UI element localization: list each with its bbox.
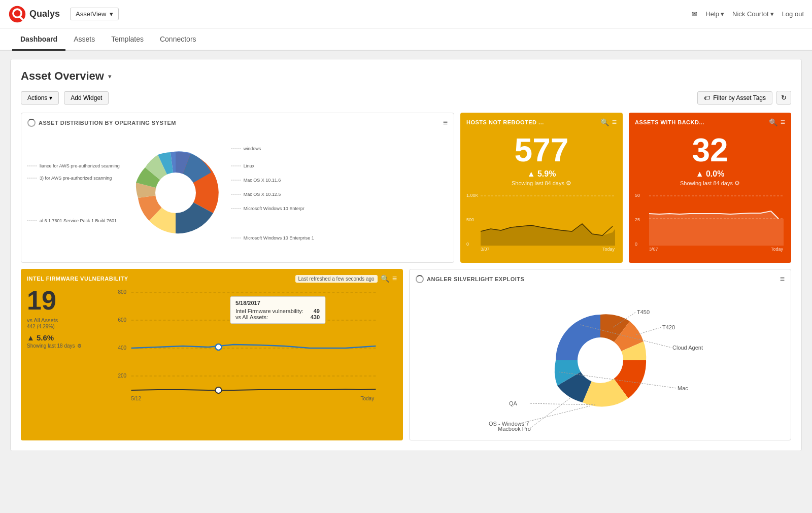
svg-text:3/07: 3/07 <box>481 247 490 252</box>
hosts-not-rebooted-widget: HOSTS NOT REBOOTED ... 🔍 ≡ 577 ▲ 5.9% Sh… <box>460 113 623 263</box>
nav-item-templates[interactable]: Templates <box>103 28 152 51</box>
firmware-trend-value: ▲ 5.6% <box>27 333 54 342</box>
hosts-trend-row: ▲ 5.9% <box>468 169 615 179</box>
svg-point-36 <box>216 344 222 350</box>
label-aws2: 3) for AWS pre-authorized scanning <box>27 176 120 181</box>
label-win10ent: Microsoft Windows 10 Enterpr <box>231 206 318 211</box>
asset-dist-header: ASSET DISTRIBUTION BY OPERATING SYSTEM ≡ <box>21 113 454 130</box>
svg-text:0: 0 <box>466 242 469 247</box>
svg-text:Today: Today <box>602 247 615 252</box>
widgets-top-row: ASSET DISTRIBUTION BY OPERATING SYSTEM ≡… <box>21 113 791 263</box>
label-linux: Linux <box>231 163 318 168</box>
firmware-stats: 19 vs All Assets 442 (4.29%) ▲ 5.6% Show… <box>27 286 93 404</box>
logout-button[interactable]: Log out <box>782 10 804 18</box>
svg-marker-25 <box>649 211 784 246</box>
firmware-search-icon[interactable]: 🔍 <box>381 275 389 283</box>
help-menu[interactable]: Help ▾ <box>705 10 724 18</box>
asset-dist-menu-icon[interactable]: ≡ <box>443 118 448 127</box>
firmware-menu-icon[interactable]: ≡ <box>392 274 397 283</box>
svg-text:1.00K: 1.00K <box>466 193 479 198</box>
svg-point-40 <box>578 337 623 383</box>
nav-bar: Dashboard Assets Templates Connectors <box>0 28 812 51</box>
asset-dist-title: ASSET DISTRIBUTION BY OPERATING SYSTEM <box>39 120 440 126</box>
hosts-rebooted-value: 577 <box>468 134 615 166</box>
app-selector[interactable]: AssetView ▾ <box>70 8 118 20</box>
svg-line-43 <box>636 327 661 335</box>
nav-item-connectors[interactable]: Connectors <box>152 28 205 51</box>
label-windows: windows <box>231 146 318 151</box>
backd-gear-icon[interactable]: ⚙ <box>734 180 740 187</box>
firmware-trend-row: ▲ 5.6% <box>27 333 93 342</box>
filter-tag-icon: 🏷 <box>704 94 710 101</box>
svg-text:600: 600 <box>118 317 127 323</box>
svg-text:200: 200 <box>118 373 127 379</box>
svg-point-6 <box>155 173 196 213</box>
svg-text:500: 500 <box>466 217 474 222</box>
assets-with-backd-widget: ASSETS WITH BACKD... 🔍 ≡ 32 ▲ 0.0% Showi… <box>629 113 791 263</box>
backd-menu-icon[interactable]: ≡ <box>781 118 785 127</box>
hosts-rebooted-body: 577 ▲ 5.9% Showing last 84 days ⚙ <box>460 130 623 187</box>
hosts-search-icon[interactable]: 🔍 <box>600 118 609 126</box>
svg-text:25: 25 <box>635 217 640 222</box>
firmware-vs-label: vs All Assets 442 (4.29%) <box>27 317 93 329</box>
hosts-rebooted-title: HOSTS NOT REBOOTED ... <box>466 119 597 125</box>
svg-text:5/12: 5/12 <box>131 396 142 401</box>
svg-text:QA: QA <box>509 400 518 406</box>
svg-text:Cloud Agent: Cloud Agent <box>672 345 703 351</box>
top-bar: Qualys AssetView ▾ ✉ Help ▾ Nick Courtot… <box>0 0 812 28</box>
angler-loading-icon <box>416 275 424 283</box>
refresh-icon: ↻ <box>781 94 787 101</box>
svg-text:Today: Today <box>771 247 784 252</box>
angler-title: ANGLER SILVERLIGHT EXPLOITS <box>427 276 777 282</box>
hosts-menu-icon[interactable]: ≡ <box>612 118 617 127</box>
hosts-rebooted-header: HOSTS NOT REBOOTED ... 🔍 ≡ <box>460 113 623 130</box>
firmware-tooltip: 5/18/2017 Intel Firmware vulnerability: … <box>230 296 325 324</box>
backd-body: 32 ▲ 0.0% Showing last 84 days ⚙ <box>629 130 791 187</box>
tooltip-row2: vs All Assets: 430 <box>235 314 320 320</box>
svg-line-53 <box>529 398 570 429</box>
donut-chart <box>125 142 226 245</box>
label-aws1: liance for AWS pre-authorized scanning <box>27 163 120 168</box>
svg-text:50: 50 <box>635 193 640 198</box>
firmware-chart-area: 5/18/2017 Intel Firmware vulnerability: … <box>101 286 397 404</box>
add-widget-button[interactable]: Add Widget <box>64 91 109 105</box>
tooltip-row1: Intel Firmware vulnerability: 49 <box>235 308 320 314</box>
filter-by-asset-tags-button[interactable]: 🏷 Filter by Asset Tags <box>697 91 772 105</box>
firmware-gear-icon[interactable]: ⚙ <box>77 343 82 349</box>
nav-item-dashboard[interactable]: Dashboard <box>12 28 65 51</box>
dashboard-title: Asset Overview <box>21 70 104 83</box>
logo-text: Qualys <box>29 9 60 19</box>
intel-firmware-widget: INTEL FIRMWARE VULNERABILITY Last refres… <box>21 269 403 440</box>
hosts-gear-icon[interactable]: ⚙ <box>566 180 571 187</box>
svg-line-49 <box>529 403 595 405</box>
svg-line-51 <box>519 406 590 424</box>
toolbar-right: 🏷 Filter by Asset Tags ↻ <box>697 91 791 105</box>
tooltip-date: 5/18/2017 <box>235 300 320 306</box>
backd-search-icon[interactable]: 🔍 <box>769 118 777 126</box>
label-macosx1011: Mac OS X 10.11.6 <box>231 178 318 183</box>
dashboard-title-row: Asset Overview ▾ <box>21 70 791 83</box>
svg-text:0: 0 <box>635 242 637 247</box>
angler-body: T450 T420 Cloud Agent Mac QA <box>410 287 791 440</box>
svg-text:3/07: 3/07 <box>649 247 658 252</box>
refresh-button[interactable]: ↻ <box>776 91 791 105</box>
asset-dist-body: liance for AWS pre-authorized scanning 3… <box>21 130 454 262</box>
user-menu[interactable]: Nick Courtot ▾ <box>732 10 774 18</box>
dashboard-dropdown-arrow[interactable]: ▾ <box>108 73 112 80</box>
backd-chart: 50 25 0 3/07 Today <box>629 191 791 257</box>
asset-distribution-widget: ASSET DISTRIBUTION BY OPERATING SYSTEM ≡… <box>21 113 454 263</box>
backd-trend-row: ▲ 0.0% <box>637 169 783 179</box>
backd-showing-label: Showing last 84 days ⚙ <box>637 180 783 187</box>
svg-text:Macbook Pro: Macbook Pro <box>498 426 531 432</box>
angler-menu-icon[interactable]: ≡ <box>780 275 785 284</box>
firmware-header: INTEL FIRMWARE VULNERABILITY Last refres… <box>21 269 403 286</box>
label-macosx1012: Mac OS X 10.12.5 <box>231 192 318 197</box>
app-selector-label: AssetView <box>76 10 106 18</box>
mail-icon[interactable]: ✉ <box>692 10 697 18</box>
actions-button[interactable]: Actions ▾ <box>21 91 59 105</box>
firmware-big-number: 19 <box>27 286 93 315</box>
svg-text:T450: T450 <box>637 309 650 315</box>
hosts-chart: 1.00K 500 0 3/07 Today <box>460 191 623 257</box>
nav-item-assets[interactable]: Assets <box>65 28 103 51</box>
firmware-body: 19 vs All Assets 442 (4.29%) ▲ 5.6% Show… <box>21 286 403 411</box>
